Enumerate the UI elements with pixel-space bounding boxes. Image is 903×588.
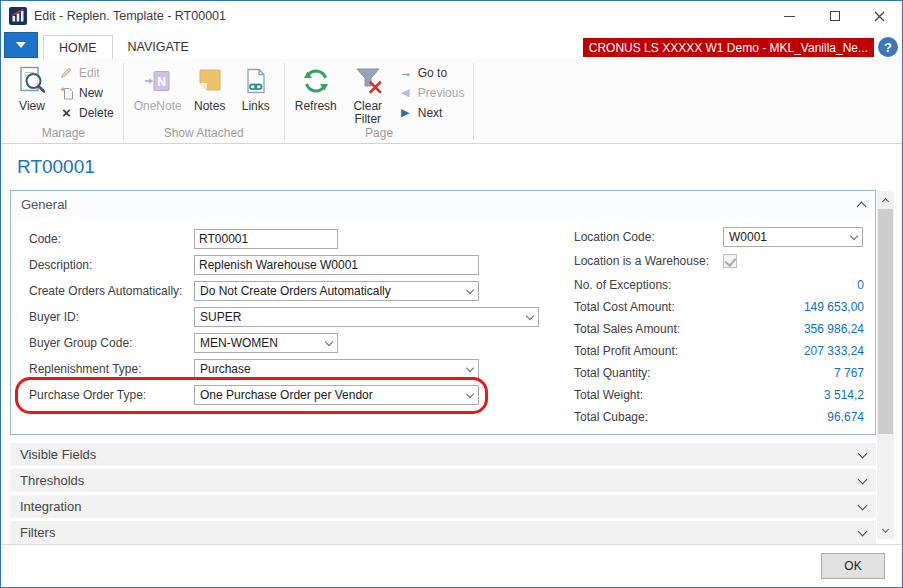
chevron-down-icon [466, 285, 474, 293]
chevron-down-icon [466, 363, 474, 371]
delete-button-label: Delete [79, 106, 114, 120]
view-button-label: View [19, 100, 45, 113]
ribbon-tab-row: HOME NAVIGATE CRONUS LS XXXXX W1 Demo - … [1, 31, 902, 59]
location-is-warehouse-label: Location is a Warehouse: [574, 254, 723, 268]
nav-edit-window: Edit - Replen. Template - RT00001 HOME N… [0, 0, 903, 588]
tab-navigate[interactable]: NAVIGATE [113, 35, 204, 59]
total-weight-label: Total Weight: [574, 388, 723, 402]
chevron-down-icon [325, 337, 333, 345]
application-menu-button[interactable] [4, 32, 38, 58]
fasttab-integration[interactable]: Integration [10, 495, 876, 518]
fasttab-filters-label: Filters [20, 525, 859, 540]
view-button[interactable]: View [9, 60, 55, 126]
code-input[interactable] [194, 229, 338, 249]
clear-filter-button[interactable]: Clear Filter [342, 60, 394, 126]
ribbon-separator [473, 63, 474, 140]
purchase-order-type-label: Purchase Order Type: [29, 388, 194, 402]
total-weight-value[interactable]: 3 514,2 [723, 388, 864, 402]
close-icon [874, 11, 885, 22]
chevron-down-icon [850, 231, 858, 239]
edit-button: Edit [55, 63, 118, 82]
chevron-down-icon [858, 526, 868, 536]
chevron-down-icon [858, 500, 868, 510]
total-sales-amount-label: Total Sales Amount: [574, 322, 723, 336]
total-quantity-label: Total Quantity: [574, 366, 723, 380]
onenote-icon: N [144, 62, 171, 100]
next-button[interactable]: ▶ Next [394, 103, 469, 122]
scrollbar-thumb[interactable] [878, 209, 893, 434]
svg-text:N: N [157, 74, 166, 88]
replenishment-type-select[interactable]: Purchase [194, 359, 479, 379]
clear-filter-button-label: Clear Filter [347, 100, 389, 126]
vertical-scrollbar[interactable] [877, 191, 894, 539]
field-row-total-weight: Total Weight: 3 514,2 [574, 384, 864, 406]
chevron-down-icon [466, 389, 474, 397]
fasttab-thresholds-label: Thresholds [20, 473, 859, 488]
tab-home[interactable]: HOME [43, 35, 113, 59]
ok-button[interactable]: OK [821, 553, 885, 579]
links-button[interactable]: Links [233, 60, 279, 126]
buyer-group-code-select[interactable]: MEN-WOMEN [194, 333, 338, 353]
ribbon-separator [123, 63, 124, 140]
fasttab-thresholds[interactable]: Thresholds [10, 469, 876, 492]
ribbon-separator [284, 63, 285, 140]
replenishment-type-value: Purchase [200, 362, 467, 376]
minimize-button[interactable] [767, 1, 812, 31]
field-row-no-of-exceptions: No. of Exceptions: 0 [574, 274, 864, 296]
next-arrow-icon: ▶ [398, 106, 413, 119]
link-document-icon [243, 62, 269, 100]
refresh-button[interactable]: Refresh [290, 60, 342, 126]
help-button[interactable]: ? [878, 37, 898, 57]
close-button[interactable] [857, 1, 902, 31]
new-button[interactable]: New [55, 83, 118, 102]
buyer-id-select[interactable]: SUPER [194, 307, 539, 327]
links-button-label: Links [242, 100, 270, 113]
total-profit-amount-label: Total Profit Amount: [574, 344, 723, 358]
description-input[interactable] [194, 255, 479, 275]
chevron-down-icon [526, 311, 534, 319]
create-orders-automatically-label: Create Orders Automatically: [29, 284, 194, 298]
titlebar: Edit - Replen. Template - RT00001 [1, 1, 902, 31]
notes-button[interactable]: Notes [187, 60, 233, 126]
clear-filter-funnel-icon [354, 62, 382, 100]
field-row-replenishment-type: Replenishment Type: Purchase [29, 356, 559, 382]
location-code-label: Location Code: [574, 230, 723, 244]
purchase-order-type-select[interactable]: One Purchase Order per Vendor [194, 385, 479, 405]
create-orders-automatically-select[interactable]: Do Not Create Orders Automatically [194, 281, 479, 301]
total-profit-amount-value[interactable]: 207 333,24 [723, 344, 864, 358]
fasttab-visible-fields-label: Visible Fields [20, 447, 859, 462]
total-sales-amount-value[interactable]: 356 986,24 [723, 322, 864, 336]
dialog-footer: OK [1, 544, 902, 587]
ribbon: View Edit New [1, 59, 902, 144]
field-row-total-profit-amount: Total Profit Amount: 207 333,24 [574, 340, 864, 362]
go-to-arrow-icon: → [398, 65, 413, 80]
view-document-magnifier-icon [17, 62, 47, 100]
scroll-down-button[interactable] [877, 522, 894, 539]
total-cost-amount-value[interactable]: 149 653,00 [723, 300, 864, 314]
scroll-up-button[interactable] [877, 191, 894, 208]
maximize-button[interactable] [812, 1, 857, 31]
field-row-create-orders-automatically: Create Orders Automatically: Do Not Crea… [29, 278, 559, 304]
fasttab-visible-fields[interactable]: Visible Fields [10, 443, 876, 466]
field-row-total-quantity: Total Quantity: 7 767 [574, 362, 864, 384]
total-cubage-value[interactable]: 96,674 [723, 410, 864, 424]
ribbon-group-show-attached: N OneNote Notes Links Show Atta [129, 60, 279, 143]
new-page-icon [59, 86, 74, 100]
location-code-select[interactable]: W0001 [723, 227, 863, 247]
no-of-exceptions-value[interactable]: 0 [723, 278, 864, 292]
delete-x-icon: × [59, 106, 74, 119]
field-row-buyer-id: Buyer ID: SUPER [29, 304, 559, 330]
new-button-label: New [79, 86, 103, 100]
notes-button-label: Notes [194, 100, 225, 113]
field-row-total-cubage: Total Cubage: 96,674 [574, 406, 864, 428]
previous-button-label: Previous [418, 86, 465, 100]
total-quantity-value[interactable]: 7 767 [723, 366, 864, 380]
delete-button[interactable]: × Delete [55, 103, 118, 122]
fasttab-filters[interactable]: Filters [10, 521, 876, 544]
go-to-button[interactable]: → Go to [394, 63, 469, 82]
field-row-buyer-group-code: Buyer Group Code: MEN-WOMEN [29, 330, 559, 356]
fasttab-general: General Code: Description: Create Orders… [10, 190, 876, 435]
chevron-down-icon [858, 448, 868, 458]
fasttab-general-header[interactable]: General [11, 191, 875, 217]
window-title: Edit - Replen. Template - RT00001 [34, 9, 767, 23]
